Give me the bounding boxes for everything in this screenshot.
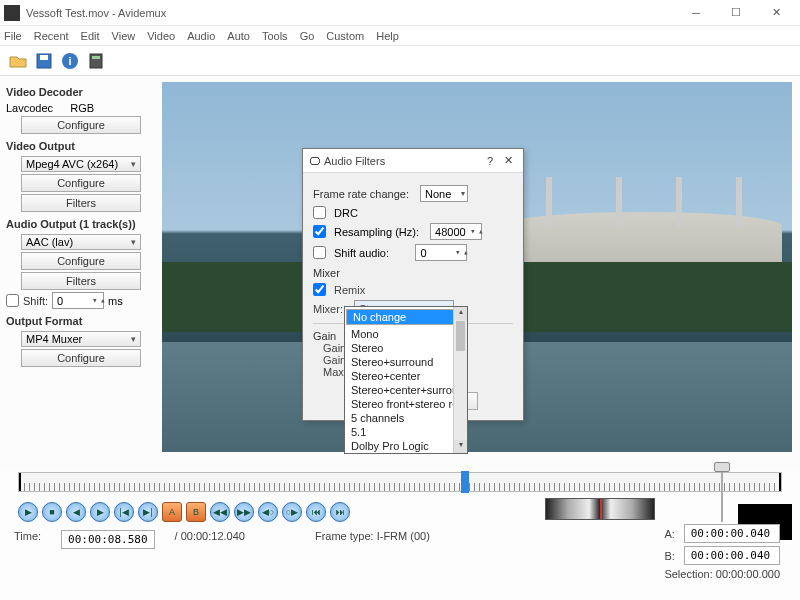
shift-audio-checkbox[interactable]: [313, 246, 326, 259]
output-format-title: Output Format: [6, 315, 156, 327]
play-button[interactable]: ▶: [18, 502, 38, 522]
framerate-select[interactable]: None: [420, 185, 468, 202]
audio-filters-button[interactable]: Filters: [21, 272, 141, 290]
decoder-configure-button[interactable]: Configure: [21, 116, 141, 134]
mixer-option-nochange[interactable]: No change: [346, 309, 466, 325]
set-marker-a-button[interactable]: A: [162, 502, 182, 522]
next-frame-button[interactable]: ▶: [90, 502, 110, 522]
b-label: B:: [664, 550, 677, 562]
volume-slider[interactable]: [712, 462, 732, 522]
frametype: Frame type: I-FRM (00): [315, 530, 430, 542]
toolbar: i: [0, 46, 800, 76]
mixer-option-5channels[interactable]: 5 channels: [345, 411, 467, 425]
mixer-option-dolby[interactable]: Dolby Pro Logic: [345, 439, 467, 453]
prev-cut-button[interactable]: ◀◀: [210, 502, 230, 522]
shift-checkbox[interactable]: [6, 294, 19, 307]
marker-b-icon[interactable]: [773, 473, 781, 491]
jog-wheel[interactable]: [545, 498, 655, 520]
svg-rect-2: [40, 55, 48, 60]
audio-output-title: Audio Output (1 track(s)): [6, 218, 156, 230]
remix-label: Remix: [334, 284, 365, 296]
mixer-option-stereo-center[interactable]: Stereo+center: [345, 369, 467, 383]
open-icon[interactable]: [6, 49, 30, 73]
drc-label: DRC: [334, 207, 358, 219]
shift-audio-label: Shift audio:: [334, 247, 389, 259]
time-label: Time:: [14, 530, 41, 542]
dropdown-scrollbar[interactable]: ▴ ▾: [453, 307, 467, 453]
menu-file[interactable]: File: [4, 30, 22, 42]
jog-wheel-area: [520, 498, 680, 520]
menu-auto[interactable]: Auto: [227, 30, 250, 42]
time-total: / 00:00:12.040: [175, 530, 245, 542]
prev-keyframe-button[interactable]: |◀: [114, 502, 134, 522]
prev-frame-button[interactable]: ◀: [66, 502, 86, 522]
mixer-option-stereo-surround[interactable]: Stereo+surround: [345, 355, 467, 369]
shift-audio-input[interactable]: 0: [415, 244, 467, 261]
next-cut-button[interactable]: ▶▶: [234, 502, 254, 522]
maximize-button[interactable]: ☐: [716, 0, 756, 26]
stop-button[interactable]: ■: [42, 502, 62, 522]
timeline-track[interactable]: [18, 472, 782, 492]
mixer-option-stereo-front-rear[interactable]: Stereo front+stereo rear: [345, 397, 467, 411]
drc-checkbox[interactable]: [313, 206, 326, 219]
a-label: A:: [664, 528, 677, 540]
audio-codec-select[interactable]: AAC (lav)▾: [21, 234, 141, 250]
output-configure-button[interactable]: Configure: [21, 349, 141, 367]
timeline: [0, 468, 800, 498]
calculator-icon[interactable]: [84, 49, 108, 73]
video-output-title: Video Output: [6, 140, 156, 152]
next-black-button[interactable]: ○▶: [282, 502, 302, 522]
shift-input[interactable]: 0: [52, 292, 104, 309]
framerate-label: Frame rate change:: [313, 188, 409, 200]
selection-label: Selection: 00:00:00.000: [664, 568, 780, 580]
video-configure-button[interactable]: Configure: [21, 174, 141, 192]
menu-view[interactable]: View: [112, 30, 136, 42]
sidebar: Video Decoder Lavcodec RGB Configure Vid…: [0, 76, 162, 468]
menu-help[interactable]: Help: [376, 30, 399, 42]
resampling-checkbox[interactable]: [313, 225, 326, 238]
menu-go[interactable]: Go: [300, 30, 315, 42]
menu-recent[interactable]: Recent: [34, 30, 69, 42]
dialog-close-button[interactable]: ✕: [499, 154, 517, 167]
output-container-select[interactable]: MP4 Muxer▾: [21, 331, 141, 347]
mixer-option-mono[interactable]: Mono: [345, 327, 467, 341]
goto-end-button[interactable]: ⏭: [330, 502, 350, 522]
marker-a-icon[interactable]: [19, 473, 27, 491]
menu-video[interactable]: Video: [147, 30, 175, 42]
remix-checkbox[interactable]: [313, 283, 326, 296]
playhead[interactable]: [461, 471, 469, 493]
b-value: 00:00:00.040: [684, 546, 780, 565]
transport: ▶ ■ ◀ ▶ |◀ ▶| A B ◀◀ ▶▶ ◀○ ○▶ ⏮ ⏭: [0, 498, 800, 526]
window-title: Vessoft Test.mov - Avidemux: [26, 7, 676, 19]
info-icon[interactable]: i: [58, 49, 82, 73]
shift-unit: ms: [108, 295, 123, 307]
app-icon: [4, 5, 20, 21]
menubar: File Recent Edit View Video Audio Auto T…: [0, 26, 800, 46]
resampling-label: Resampling (Hz):: [334, 226, 419, 238]
resampling-input[interactable]: 48000: [430, 223, 482, 240]
prev-black-button[interactable]: ◀○: [258, 502, 278, 522]
menu-custom[interactable]: Custom: [326, 30, 364, 42]
mixer-option-51[interactable]: 5.1: [345, 425, 467, 439]
time-current[interactable]: 00:00:08.580: [61, 530, 154, 549]
audio-configure-button[interactable]: Configure: [21, 252, 141, 270]
mixer-option-stereo[interactable]: Stereo: [345, 341, 467, 355]
minimize-button[interactable]: ─: [676, 0, 716, 26]
mixer-group: Mixer: [313, 267, 513, 279]
mixer-option-stereo-center-surround[interactable]: Stereo+center+surround: [345, 383, 467, 397]
menu-tools[interactable]: Tools: [262, 30, 288, 42]
video-decoder-title: Video Decoder: [6, 86, 156, 98]
video-filters-button[interactable]: Filters: [21, 194, 141, 212]
video-codec-select[interactable]: Mpeg4 AVC (x264)▾: [21, 156, 141, 172]
save-icon[interactable]: [32, 49, 56, 73]
menu-edit[interactable]: Edit: [81, 30, 100, 42]
set-marker-b-button[interactable]: B: [186, 502, 206, 522]
dialog-help-button[interactable]: ?: [481, 155, 499, 167]
shift-label: Shift:: [23, 295, 48, 307]
close-button[interactable]: ✕: [756, 0, 796, 26]
goto-start-button[interactable]: ⏮: [306, 502, 326, 522]
mixer-dropdown[interactable]: No change Mono Stereo Stereo+surround St…: [344, 306, 468, 454]
menu-audio[interactable]: Audio: [187, 30, 215, 42]
next-keyframe-button[interactable]: ▶|: [138, 502, 158, 522]
decoder-lav: Lavcodec: [6, 102, 53, 114]
